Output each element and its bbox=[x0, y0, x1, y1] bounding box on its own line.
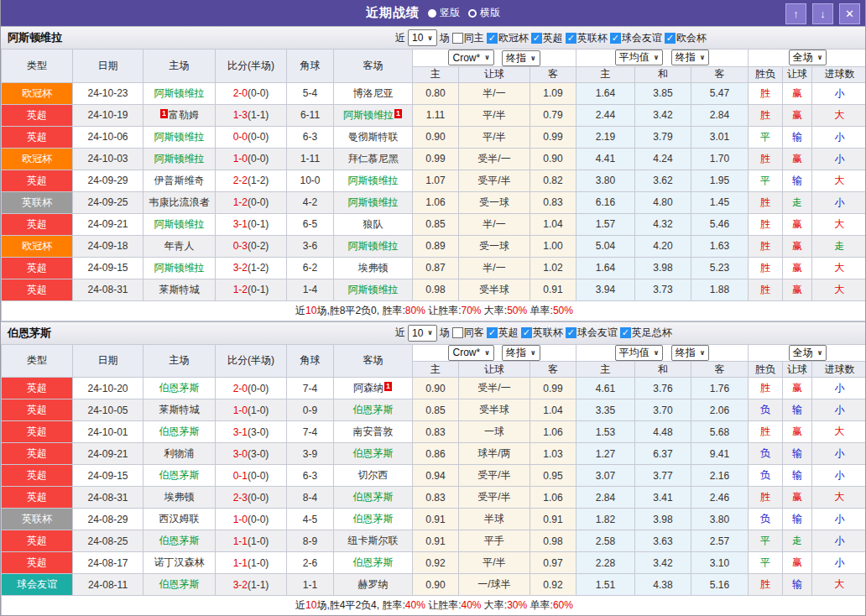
team-name[interactable]: 莱斯特城 bbox=[159, 284, 200, 295]
team-name[interactable]: 赫罗纳 bbox=[358, 578, 389, 590]
league-filter-checkbox[interactable]: 球会友谊 bbox=[566, 326, 618, 340]
team-name[interactable]: 伯恩茅斯 bbox=[353, 513, 394, 525]
close-button[interactable]: ✕ bbox=[839, 3, 860, 24]
crow-away-odds: 1.09 bbox=[530, 82, 576, 104]
team-name[interactable]: 阿斯顿维拉 bbox=[154, 262, 205, 274]
league-filter-checkbox[interactable]: 英超 bbox=[531, 31, 563, 45]
team-name[interactable]: 埃弗顿 bbox=[358, 262, 389, 274]
crow-select-group: Crow*∨ 终指∨ bbox=[413, 344, 576, 362]
result-handicap: 赢 bbox=[783, 235, 812, 257]
league-filter-checkbox[interactable]: 球会友谊 bbox=[610, 31, 662, 45]
team-name[interactable]: 阿斯顿维拉 bbox=[348, 284, 399, 295]
team-name[interactable]: 西汉姆联 bbox=[159, 513, 200, 525]
league-badge: 英超 bbox=[2, 378, 73, 399]
team-name[interactable]: 阿斯顿维拉 bbox=[154, 131, 205, 143]
team-name[interactable]: 纽卡斯尔联 bbox=[348, 535, 399, 546]
team-name[interactable]: 伯恩茅斯 bbox=[353, 447, 394, 459]
team-name[interactable]: 埃弗顿 bbox=[164, 491, 195, 503]
crow-handicap: 一/球半 bbox=[459, 574, 530, 596]
col-home: 主场 bbox=[143, 50, 216, 83]
score: 2-0(0-0) bbox=[216, 378, 287, 399]
odds-stage-select[interactable]: 终指∨ bbox=[671, 50, 710, 65]
team-name[interactable]: 阿斯顿维拉 bbox=[154, 87, 205, 99]
team-name[interactable]: 切尔西 bbox=[358, 469, 389, 481]
team-name[interactable]: 伯恩茅斯 bbox=[353, 556, 394, 568]
team-name[interactable]: 阿森纳 bbox=[353, 382, 383, 394]
match-count-select[interactable]: 10 ∨ bbox=[408, 29, 437, 46]
halftime-score: (0-0) bbox=[248, 514, 269, 525]
crow-home-odds: 0.89 bbox=[413, 235, 459, 257]
home-team: 莱斯特城 bbox=[143, 279, 216, 300]
team-name[interactable]: 南安普敦 bbox=[353, 425, 394, 437]
period-select[interactable]: 全场∨ bbox=[789, 50, 827, 65]
crow-home-odds: 0.80 bbox=[413, 82, 459, 104]
team-name[interactable]: 富勒姆 bbox=[169, 109, 199, 121]
match-date: 24-10-05 bbox=[73, 399, 143, 421]
team-name[interactable]: 年青人 bbox=[164, 240, 195, 252]
league-filter-checkbox[interactable]: 英联杯 bbox=[566, 31, 608, 45]
layout-radio-vertical[interactable]: 竖版 bbox=[428, 6, 460, 20]
team-name[interactable]: 阿斯顿维拉 bbox=[348, 175, 399, 186]
result-outcome: 负 bbox=[749, 509, 783, 530]
team-name[interactable]: 伯恩茅斯 bbox=[159, 535, 200, 546]
odds-stage-select[interactable]: 终指∨ bbox=[502, 345, 540, 361]
avg-away-odds: 9.41 bbox=[691, 443, 749, 465]
team-name[interactable]: 伯恩茅斯 bbox=[159, 469, 200, 481]
home-team: 1富勒姆 bbox=[143, 104, 216, 126]
league-filter-checkbox[interactable]: 英超 bbox=[487, 326, 519, 340]
home-team: 埃弗顿 bbox=[143, 487, 216, 509]
same-away-checkbox[interactable]: 同客 bbox=[452, 326, 484, 340]
score: 3-1(0-1) bbox=[216, 213, 287, 235]
same-home-checkbox[interactable]: 同主 bbox=[452, 31, 484, 45]
team-name[interactable]: 狼队 bbox=[363, 218, 383, 230]
layout-radio-horizontal[interactable]: 横版 bbox=[468, 6, 500, 20]
league-filter-checkbox[interactable]: 英联杯 bbox=[521, 326, 563, 340]
team-name[interactable]: 博洛尼亚 bbox=[353, 87, 394, 99]
league-filter-checkbox[interactable]: 英足总杯 bbox=[620, 326, 672, 340]
team-name[interactable]: 伊普斯维奇 bbox=[154, 175, 205, 186]
team-name[interactable]: 阿斯顿维拉 bbox=[348, 196, 399, 208]
league-filter-checkbox[interactable]: 欧冠杯 bbox=[487, 31, 529, 45]
crow-home-odds: 0.91 bbox=[413, 530, 459, 552]
team-name[interactable]: 莱斯特城 bbox=[159, 404, 200, 415]
crow-away-odds: 0.91 bbox=[530, 509, 576, 530]
match-row: 欧冠杯24-10-23阿斯顿维拉2-0(0-0)5-4博洛尼亚0.80半/一1.… bbox=[2, 82, 866, 104]
halftime-score: (0-0) bbox=[248, 131, 269, 143]
team-name[interactable]: 伯恩茅斯 bbox=[353, 491, 394, 503]
halftime-score: (0-0) bbox=[248, 196, 269, 208]
team-name[interactable]: 阿斯顿维拉 bbox=[154, 153, 205, 164]
average-select[interactable]: 平均值∨ bbox=[615, 345, 664, 361]
team-name[interactable]: 诺丁汉森林 bbox=[154, 556, 205, 568]
match-row: 英超24-08-25伯恩茅斯1-1(1-0)8-9纽卡斯尔联0.91平手0.98… bbox=[2, 530, 866, 552]
odds-stage-select[interactable]: 终指∨ bbox=[671, 345, 710, 361]
scroll-down-button[interactable]: ↓ bbox=[812, 3, 833, 24]
crow-home-odds: 1.11 bbox=[413, 104, 459, 126]
team-name[interactable]: 阿斯顿维拉 bbox=[343, 109, 394, 121]
team-name[interactable]: 利物浦 bbox=[164, 447, 195, 459]
bookmaker-select[interactable]: Crow*∨ bbox=[448, 50, 493, 65]
near-label: 近 bbox=[395, 31, 405, 45]
subcol-avg-away: 客 bbox=[691, 66, 749, 82]
team-name[interactable]: 阿斯顿维拉 bbox=[154, 218, 205, 230]
team-name[interactable]: 伯恩茅斯 bbox=[159, 425, 200, 437]
odds-stage-select[interactable]: 终指∨ bbox=[502, 50, 540, 66]
league-filter-checkbox[interactable]: 欧会杯 bbox=[665, 31, 707, 45]
period-select[interactable]: 全场∨ bbox=[789, 345, 827, 361]
result-goals: 大 bbox=[812, 487, 866, 509]
crow-away-odds: 0.90 bbox=[530, 148, 576, 170]
result-outcome: 胜 bbox=[749, 148, 783, 170]
team-name[interactable]: 曼彻斯特联 bbox=[348, 131, 399, 143]
team-name[interactable]: 韦康比流浪者 bbox=[149, 196, 210, 208]
team-name[interactable]: 拜仁慕尼黑 bbox=[348, 153, 399, 164]
scroll-up-button[interactable]: ↑ bbox=[785, 3, 806, 24]
team-name[interactable]: 伯恩茅斯 bbox=[159, 382, 200, 394]
match-count-select[interactable]: 10 ∨ bbox=[408, 325, 437, 342]
select-value: 终指 bbox=[506, 346, 526, 360]
team-name[interactable]: 伯恩茅斯 bbox=[159, 578, 200, 590]
team-name[interactable]: 伯恩茅斯 bbox=[353, 404, 394, 415]
bookmaker-select[interactable]: Crow*∨ bbox=[448, 345, 493, 361]
checkbox-checked-icon bbox=[665, 33, 676, 44]
average-select[interactable]: 平均值∨ bbox=[615, 50, 664, 65]
team-name[interactable]: 阿斯顿维拉 bbox=[348, 240, 399, 252]
subcol-handicap-result: 让球 bbox=[783, 362, 812, 378]
